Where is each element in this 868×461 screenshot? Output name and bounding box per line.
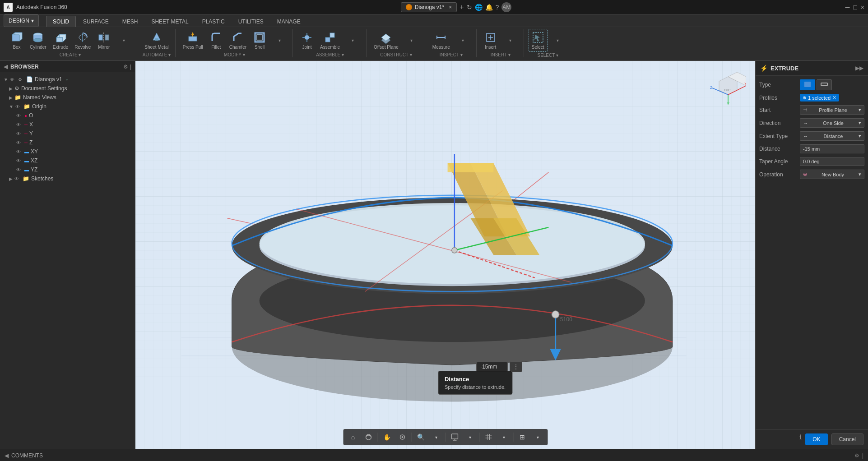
viewport-home-button[interactable]: ⌂: [347, 431, 359, 443]
viewport-view-more-2[interactable]: ▾: [531, 431, 544, 443]
extrude-button[interactable]: Extrude: [50, 29, 71, 51]
tree-item-yz[interactable]: 👁 ▬ YZ: [0, 165, 135, 174]
operation-value[interactable]: ⊕ New Body ▾: [800, 170, 864, 179]
distance-input[interactable]: -15mm: [476, 362, 508, 372]
shell-button[interactable]: Shell: [250, 29, 269, 51]
assemble-more-button[interactable]: ▾: [343, 32, 362, 49]
modify-more-button[interactable]: ▾: [270, 32, 289, 49]
cylinder-button[interactable]: Cylinder: [27, 29, 49, 51]
joint-button[interactable]: Joint: [297, 29, 316, 51]
tree-item-named-views[interactable]: ▶ 📁 Named Views: [0, 93, 135, 102]
window-controls[interactable]: ─ □ ×: [845, 4, 864, 11]
inspect-more-button[interactable]: ▾: [454, 32, 473, 49]
construct-more-button[interactable]: ▾: [402, 32, 421, 49]
distance-more-button[interactable]: ⋮: [510, 361, 522, 372]
operation-dropdown[interactable]: ⊕ New Body ▾: [800, 170, 864, 179]
tree-item-z[interactable]: 👁 ─ Z: [0, 138, 135, 147]
tab-sheet-metal[interactable]: SHEET METAL: [145, 16, 195, 27]
viewport-grid-button[interactable]: [482, 431, 495, 443]
create-box-button[interactable]: Box: [7, 29, 26, 51]
mirror-button[interactable]: Mirror: [94, 29, 113, 51]
ok-button[interactable]: OK: [805, 433, 827, 445]
revolve-button[interactable]: Revolve: [72, 29, 93, 51]
viewport-zoom-more[interactable]: ▾: [430, 431, 442, 443]
viewport-orbit-button[interactable]: [362, 431, 375, 443]
eye-icon-yz[interactable]: 👁: [16, 167, 23, 172]
create-more-button[interactable]: ▾: [114, 32, 133, 49]
tab-utilities[interactable]: UTILITIES: [232, 16, 270, 27]
type-thin-button[interactable]: [817, 79, 832, 90]
viewport-display-more[interactable]: ▾: [464, 431, 476, 443]
tree-item-origin[interactable]: ▼ 👁 📁 Origin: [0, 102, 135, 111]
assemble-btn[interactable]: Assemble: [317, 29, 343, 51]
browser-collapse-icon[interactable]: |: [130, 64, 131, 70]
start-value[interactable]: ⊣ Profile Plane ▾: [800, 105, 864, 115]
insert-more-button[interactable]: ▾: [501, 32, 520, 49]
direction-dropdown[interactable]: → One Side ▾: [800, 118, 864, 128]
eye-icon-sk[interactable]: 👁: [14, 176, 21, 181]
fillet-button[interactable]: Fillet: [207, 29, 226, 51]
eye-icon-2[interactable]: 👁: [15, 104, 22, 109]
viewport-zoom-button[interactable]: 🔍: [414, 431, 427, 443]
gear-icon[interactable]: ⚙: [18, 77, 24, 82]
back-arrow-icon[interactable]: ◀: [5, 452, 9, 459]
cancel-button[interactable]: Cancel: [831, 433, 863, 445]
extent-type-value[interactable]: ↔ Distance ▾: [800, 131, 864, 141]
eye-icon[interactable]: 👁: [10, 77, 16, 82]
tree-item-sketches[interactable]: ▶ 👁 📁 Sketches: [0, 174, 135, 183]
profiles-clear-button[interactable]: ✕: [832, 95, 836, 101]
tab-surface[interactable]: SURFACE: [77, 16, 115, 27]
home-icon[interactable]: ⌂: [66, 77, 69, 82]
minimize-button[interactable]: ─: [845, 4, 849, 11]
tab-mesh[interactable]: MESH: [116, 16, 144, 27]
select-more-button[interactable]: ▾: [548, 32, 567, 49]
maximize-button[interactable]: □: [853, 4, 857, 11]
eye-icon-o[interactable]: 👁: [16, 113, 23, 118]
globe-icon[interactable]: 🌐: [475, 4, 483, 11]
tree-item-o[interactable]: 👁 ● O: [0, 111, 135, 120]
close-tab-icon[interactable]: ×: [449, 4, 452, 10]
help-icon[interactable]: ?: [496, 4, 499, 11]
viewport-look-button[interactable]: [396, 431, 408, 443]
tree-item-doc-settings[interactable]: ▶ ⚙ Document Settings: [0, 84, 135, 93]
tree-item-xy[interactable]: 👁 ▬ XY: [0, 147, 135, 156]
eye-icon-x[interactable]: 👁: [16, 122, 23, 127]
viewport-display-button[interactable]: [448, 431, 461, 443]
viewport-view-more[interactable]: ⊞: [516, 431, 529, 443]
tree-item-x[interactable]: 👁 ─ X: [0, 120, 135, 129]
viewport[interactable]: 5100 X Y Z TOP ⌂: [135, 61, 755, 449]
eye-icon-y[interactable]: 👁: [16, 131, 23, 136]
browser-settings-icon[interactable]: ⚙: [123, 64, 128, 70]
tree-item-dianoga[interactable]: ▼ 👁 ⚙ 📄 Dianoga v1 ⌂: [0, 75, 135, 84]
automate-button[interactable]: Sheet Metal: [142, 29, 171, 51]
type-solid-button[interactable]: [800, 79, 815, 90]
viewport-pan-button[interactable]: ✋: [381, 431, 393, 443]
insert-button[interactable]: Insert: [481, 29, 500, 51]
viewport-grid-more[interactable]: ▾: [497, 431, 510, 443]
add-tab-button[interactable]: +: [460, 3, 464, 11]
refresh-icon[interactable]: ↻: [467, 4, 472, 11]
measure-button[interactable]: Measure: [430, 29, 453, 51]
bell-icon[interactable]: 🔔: [485, 4, 493, 11]
chamfer-button[interactable]: Chamfer: [227, 29, 249, 51]
eye-icon-xy[interactable]: 👁: [16, 149, 23, 154]
distance-field[interactable]: -15 mm: [800, 144, 864, 153]
active-tab[interactable]: Dianoga v1* ×: [401, 2, 457, 12]
offset-plane-button[interactable]: Offset Plane: [371, 29, 401, 51]
taper-field[interactable]: 0.0 deg: [800, 157, 864, 166]
tab-solid[interactable]: SOLID: [46, 16, 76, 27]
back-icon[interactable]: ◀: [4, 64, 8, 70]
eye-icon-xz[interactable]: 👁: [16, 158, 23, 163]
press-pull-button[interactable]: Press Pull: [180, 29, 206, 51]
extent-type-dropdown[interactable]: ↔ Distance ▾: [800, 131, 864, 141]
tab-manage[interactable]: MANAGE: [271, 16, 307, 27]
direction-value[interactable]: → One Side ▾: [800, 118, 864, 128]
tab-plastic[interactable]: PLASTIC: [196, 16, 231, 27]
tree-item-xz[interactable]: 👁 ▬ XZ: [0, 156, 135, 165]
design-dropdown[interactable]: DESIGN ▾: [4, 14, 39, 27]
comments-collapse-icon[interactable]: |: [862, 452, 863, 459]
user-avatar[interactable]: AM: [501, 2, 511, 12]
eye-icon-z[interactable]: 👁: [16, 140, 23, 145]
taper-input-field[interactable]: 0.0 deg: [800, 157, 864, 166]
tree-item-y[interactable]: 👁 ─ Y: [0, 129, 135, 138]
